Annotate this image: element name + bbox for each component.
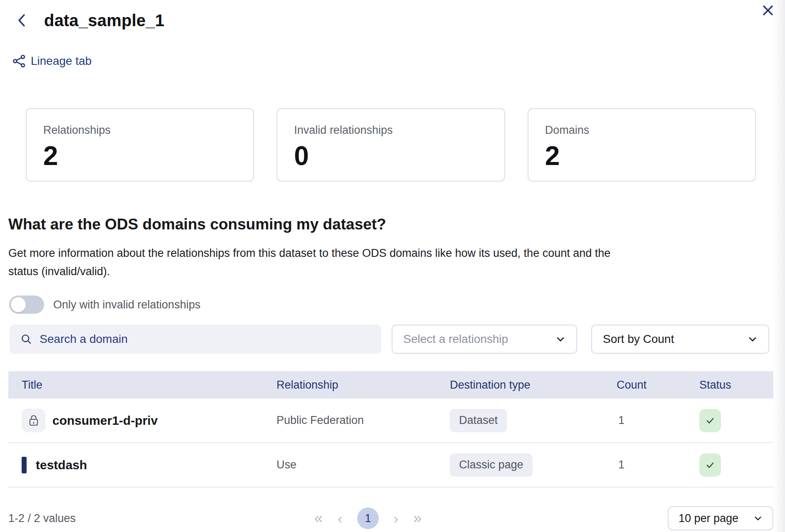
stat-label: Relationships: [43, 124, 253, 137]
chevron-left-icon: [17, 14, 26, 27]
destination-type-cell: Dataset: [450, 409, 617, 432]
first-page-button[interactable]: «: [314, 511, 323, 526]
toggle-label: Only with invalid relationships: [53, 298, 200, 311]
checkmark-icon: [705, 460, 716, 470]
checkmark-icon: [705, 415, 716, 426]
dataset-panel: data_sample_1 Lineage tab Relationships …: [0, 0, 785, 532]
domains-table: Title Relationship Destination type Coun…: [8, 371, 773, 488]
close-icon: [762, 4, 774, 17]
stat-label: Domains: [545, 124, 755, 137]
status-cell: [699, 453, 760, 477]
chevron-down-icon: [753, 514, 763, 523]
col-header-relationship: Relationship: [276, 379, 450, 392]
col-header-status: Status: [699, 379, 760, 392]
results-range: 1-2 / 2 values: [8, 512, 76, 525]
invalid-only-toggle[interactable]: [9, 296, 44, 314]
domain-title: consumer1-d-priv: [52, 414, 158, 428]
relationship-value: Use: [276, 458, 450, 471]
count-value: 1: [617, 458, 699, 471]
stat-value: 2: [545, 143, 755, 169]
next-page-button[interactable]: ›: [394, 512, 398, 525]
table-row[interactable]: testdash Use Classic page 1: [8, 443, 773, 488]
title-cell: consumer1-d-priv: [22, 409, 276, 432]
relationship-select[interactable]: Select a relationship: [392, 325, 577, 354]
lock-icon-chip: [22, 409, 45, 432]
section-description: Get more information about the relations…: [8, 244, 757, 281]
stat-card-invalid-relationships: Invalid relationships 0: [276, 108, 505, 182]
lineage-tab-label: Lineage tab: [31, 54, 91, 68]
relationship-value: Public Federation: [276, 414, 450, 427]
status-cell: [699, 409, 760, 432]
lock-icon: [28, 414, 39, 427]
domain-title: testdash: [36, 458, 87, 472]
classic-page-icon: [22, 457, 27, 473]
lineage-tab-link[interactable]: Lineage tab: [12, 54, 91, 68]
page-size-select[interactable]: 10 per page: [668, 506, 773, 530]
filters-row: Select a relationship Sort by Count: [8, 325, 773, 354]
section-heading: What are the ODS domains consuming my da…: [8, 214, 773, 235]
table-row[interactable]: consumer1-d-priv Public Federation Datas…: [8, 399, 773, 443]
stats-cards: Relationships 2 Invalid relationships 0 …: [26, 108, 756, 182]
destination-type-badge: Classic page: [450, 453, 533, 477]
search-icon: [20, 333, 32, 345]
stat-value: 0: [294, 143, 504, 169]
relationship-select-value: Select a relationship: [403, 332, 508, 346]
stat-label: Invalid relationships: [294, 124, 504, 137]
close-button[interactable]: [762, 4, 774, 17]
lineage-icon: [12, 54, 26, 68]
destination-type-cell: Classic page: [450, 453, 617, 477]
col-header-destination-type: Destination type: [450, 379, 617, 392]
chevron-down-icon: [555, 334, 565, 344]
pagination: « ‹ 1 › »: [314, 505, 422, 532]
domain-search[interactable]: [10, 325, 381, 354]
stat-card-relationships: Relationships 2: [26, 108, 254, 182]
col-header-count: Count: [617, 379, 699, 392]
destination-type-badge: Dataset: [450, 409, 507, 432]
last-page-button[interactable]: »: [413, 511, 422, 526]
status-valid-badge: [699, 409, 721, 432]
page-size-value: 10 per page: [679, 512, 738, 525]
col-header-title: Title: [22, 379, 276, 392]
title-cell: testdash: [22, 457, 276, 473]
count-value: 1: [617, 414, 699, 427]
prev-page-button[interactable]: ‹: [338, 512, 342, 525]
sort-select-value: Sort by Count: [603, 332, 674, 346]
chevron-down-icon: [748, 334, 758, 344]
page-title: data_sample_1: [44, 11, 164, 30]
status-valid-badge: [699, 453, 721, 477]
sort-select[interactable]: Sort by Count: [591, 325, 769, 354]
back-button[interactable]: [17, 14, 26, 27]
search-input[interactable]: [39, 332, 370, 346]
table-footer: 1-2 / 2 values « ‹ 1 › » 10 per page: [8, 505, 773, 532]
toggle-knob: [11, 297, 26, 312]
current-page-button[interactable]: 1: [357, 507, 379, 529]
invalid-only-toggle-row: Only with invalid relationships: [9, 296, 773, 314]
table-header: Title Relationship Destination type Coun…: [8, 371, 773, 399]
panel-header: data_sample_1: [17, 10, 773, 31]
stat-value: 2: [43, 143, 253, 169]
stat-card-domains: Domains 2: [528, 108, 756, 182]
